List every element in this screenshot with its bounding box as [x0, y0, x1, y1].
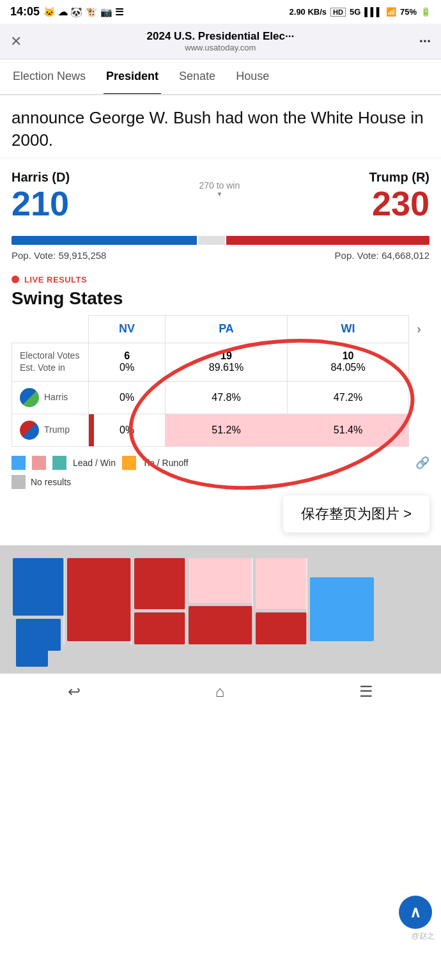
- scoreboard: Harris (D) 210 270 to win Trump (R) 230: [0, 159, 441, 231]
- harris-pa: 47.8%: [166, 381, 288, 414]
- live-results-header: LIVE RESULTS: [0, 267, 441, 287]
- harris-candidate: Harris (D) 210: [12, 170, 70, 222]
- menu-button[interactable]: ☰: [359, 683, 373, 701]
- empty-col-harris: [409, 381, 429, 414]
- midwest-states-bot: [134, 612, 185, 644]
- trump-candidate: Trump (R) 230: [369, 170, 429, 222]
- mountain-states: [67, 558, 131, 641]
- browser-bar: ✕ 2024 U.S. Presidential Elec··· www.usa…: [0, 24, 441, 59]
- status-icons: 🐱 ☁ 🐼 🐮 📷 ☰: [43, 6, 123, 18]
- wi-ev: 10 84.05%: [287, 343, 409, 381]
- harris-votes: 210: [12, 185, 70, 222]
- nav-bar: Election News President Senate House: [0, 59, 441, 95]
- no-results-label: No results: [31, 477, 71, 487]
- label-trump: Trump: [12, 414, 89, 446]
- pop-vote-row: Pop. Vote: 59,915,258 Pop. Vote: 64,668,…: [0, 250, 441, 267]
- harris-name: Harris (D): [12, 170, 70, 185]
- back-nav: [0, 315, 12, 447]
- network-type: 5G: [350, 7, 360, 17]
- save-btn-container: 保存整页为图片 >: [0, 495, 441, 539]
- bottom-nav: ↩ ⌂ ☰: [0, 673, 441, 713]
- pa-ev: 19 89.61%: [166, 343, 288, 381]
- swing-states-section: NV PA WI › Electoral VotesEst. Vote in 6…: [0, 315, 441, 447]
- trump-pa: 51.2%: [166, 414, 288, 446]
- close-button[interactable]: ✕: [10, 33, 22, 50]
- us-map-svg: [0, 545, 441, 673]
- pa-est-vote: 89.61%: [173, 362, 279, 373]
- trump-flag-icon: [20, 421, 39, 440]
- alaska: [16, 644, 48, 667]
- battery-level: 75%: [400, 7, 417, 17]
- legend-trump-lead: [32, 456, 46, 470]
- hd-badge: HD: [330, 8, 346, 17]
- legend-gray-box: [12, 475, 26, 489]
- trump-name: Trump (R): [369, 170, 429, 185]
- header-chevron[interactable]: ›: [409, 315, 429, 343]
- save-page-button[interactable]: 保存整页为图片 >: [283, 495, 429, 533]
- win-label-text: 270 to win: [199, 180, 240, 198]
- header-wi[interactable]: WI: [287, 315, 409, 343]
- nav-senate[interactable]: Senate: [176, 59, 218, 95]
- header-pa[interactable]: PA: [166, 315, 288, 343]
- wi-ev-num: 10: [295, 350, 401, 362]
- battery-icon: 🔋: [421, 7, 431, 17]
- table-row-harris: Harris 0% 47.8% 47.2%: [12, 381, 429, 414]
- win-threshold: 270 to win: [199, 170, 240, 198]
- swing-states-title: Swing States: [0, 287, 441, 315]
- back-button[interactable]: ↩: [68, 683, 81, 701]
- table-container: NV PA WI › Electoral VotesEst. Vote in 6…: [0, 315, 441, 447]
- harris-pop-vote: Pop. Vote: 59,915,258: [12, 250, 106, 261]
- legend-pink-box: [32, 456, 46, 470]
- browser-title-area: 2024 U.S. Presidential Elec··· www.usato…: [29, 30, 412, 52]
- status-time: 14:05: [10, 5, 40, 19]
- more-options-button[interactable]: ···: [419, 33, 431, 50]
- label-harris: Harris: [12, 381, 89, 414]
- harris-wi: 47.2%: [287, 381, 409, 414]
- legend-tie: [122, 456, 136, 470]
- trump-cell: Trump: [20, 421, 81, 440]
- bar-trump: [226, 236, 429, 245]
- link-icon[interactable]: 🔗: [415, 456, 429, 470]
- empty-col-ev: [409, 343, 429, 381]
- signal-icon: ▌▌▌: [364, 7, 382, 17]
- wi-est-vote: 84.05%: [295, 362, 401, 373]
- live-dot-icon: [12, 276, 19, 283]
- trump-pop-vote: Pop. Vote: 64,668,012: [335, 250, 429, 261]
- score-row: Harris (D) 210 270 to win Trump (R) 230: [12, 170, 429, 222]
- chevron-right-icon: ›: [417, 322, 421, 336]
- harris-nv: 0%: [89, 381, 166, 414]
- nav-president[interactable]: President: [104, 59, 161, 95]
- bar-harris: [12, 236, 197, 245]
- trump-votes: 230: [369, 185, 429, 222]
- midwest-states-top: [134, 558, 185, 609]
- nav-election-news[interactable]: Election News: [10, 59, 88, 95]
- table-row-ev: Electoral VotesEst. Vote in 6 0% 19 89.6…: [12, 343, 429, 381]
- legend-blue-box: [12, 456, 26, 470]
- nv-est-vote: 0%: [97, 362, 157, 373]
- harris-flag-icon: [20, 388, 39, 407]
- bar-neutral: [198, 236, 224, 245]
- article-snippet: announce George W. Bush had won the Whit…: [0, 95, 441, 159]
- nv-ev: 6 0%: [89, 343, 166, 381]
- table-header-row: NV PA WI ›: [12, 315, 429, 343]
- home-button[interactable]: ⌂: [215, 683, 225, 701]
- nav-house[interactable]: House: [233, 59, 272, 95]
- status-bar: 14:05 🐱 ☁ 🐼 🐮 📷 ☰ 2.90 KB/s HD 5G ▌▌▌ 📶 …: [0, 0, 441, 24]
- header-empty: [12, 315, 89, 343]
- northeast-states: [189, 558, 252, 603]
- status-left: 14:05 🐱 ☁ 🐼 🐮 📷 ☰: [10, 5, 123, 19]
- legend-lead-win-label: Lead / Win: [73, 458, 116, 468]
- legend-win: [52, 456, 66, 470]
- nv-ev-num: 6: [97, 350, 157, 362]
- legend-teal-box: [52, 456, 66, 470]
- harris-row-label: Harris: [44, 391, 68, 404]
- harris-cell: Harris: [20, 388, 81, 407]
- swing-table-wrapper: NV PA WI › Electoral VotesEst. Vote in 6…: [12, 315, 441, 447]
- swing-table: NV PA WI › Electoral VotesEst. Vote in 6…: [12, 315, 429, 447]
- header-nv[interactable]: NV: [89, 315, 166, 343]
- legend-orange-box: [122, 456, 136, 470]
- trump-wi: 51.4%: [287, 414, 409, 446]
- legend-harris-lead: [12, 456, 26, 470]
- west-states: [13, 558, 64, 616]
- southeast-states: [189, 606, 252, 644]
